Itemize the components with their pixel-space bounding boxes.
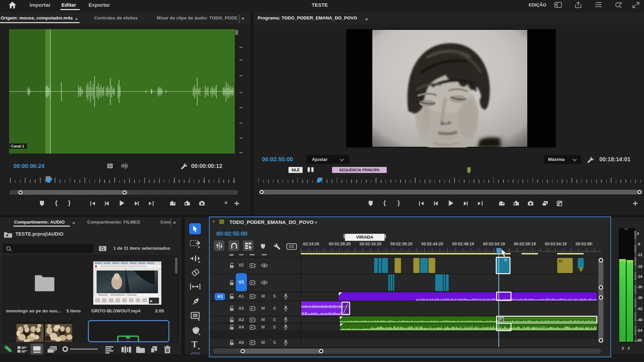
svg-text:T: T xyxy=(192,339,198,349)
svg-text:▶: ▶ xyxy=(150,299,153,303)
svg-text:Canal 1: Canal 1 xyxy=(11,144,24,148)
